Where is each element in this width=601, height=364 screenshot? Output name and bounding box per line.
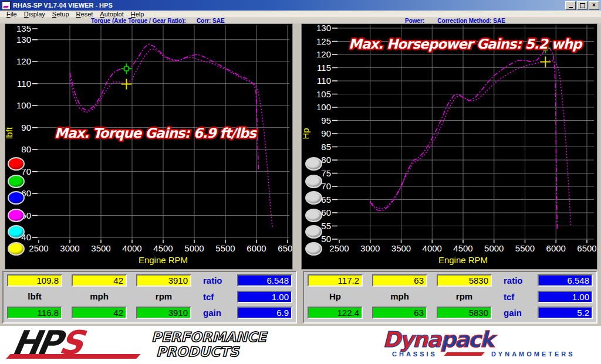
menu-file[interactable]: File xyxy=(3,11,21,18)
svg-text:Max. Horsepower Gains: 5.2 wh: Max. Horsepower Gains: 5.2 whp xyxy=(349,36,583,52)
menu-display[interactable]: Display xyxy=(21,11,49,18)
speed-cursor-value: 42 xyxy=(72,274,127,287)
close-button[interactable]: × xyxy=(589,1,599,10)
gain-value: 5.2 xyxy=(538,307,593,319)
torque-chart-title: Torque (Axle Torque / Gear Ratio): xyxy=(91,18,186,23)
power-readout-panel: 117.2 Hp 122.4 63 mph 63 5830 rpm 5830 r… xyxy=(303,271,597,324)
svg-text:125: 125 xyxy=(316,36,331,46)
gain-label: gain xyxy=(504,307,535,319)
svg-text:105: 105 xyxy=(316,89,331,99)
run-color-button[interactable] xyxy=(305,157,322,171)
svg-text:100: 100 xyxy=(316,102,331,112)
svg-text:6500: 6500 xyxy=(577,243,596,253)
svg-text:90: 90 xyxy=(321,128,331,138)
header-strip: Torque (Axle Torque / Gear Ratio): Corr:… xyxy=(0,18,601,23)
speed-unit-label: mph xyxy=(72,291,127,301)
torque-chart-panel: 1351301201101009080706050402500300035004… xyxy=(5,23,293,270)
power-chart[interactable]: 1301251201151101051009590858075706560555… xyxy=(302,24,597,269)
hps-products-text: PRODUCTS xyxy=(156,344,239,359)
rpm-cursor2-value: 3910 xyxy=(136,307,191,319)
svg-text:5500: 5500 xyxy=(215,243,235,253)
menu-setup[interactable]: Setup xyxy=(49,11,73,18)
svg-text:75: 75 xyxy=(321,168,331,178)
speed-unit-label: mph xyxy=(372,291,427,301)
rpm-cursor-value: 5830 xyxy=(437,274,492,287)
tcf-label: tcf xyxy=(504,291,535,303)
rpm-unit-label: rpm xyxy=(437,291,492,301)
run-color-button[interactable] xyxy=(305,175,322,188)
close-icon: × xyxy=(592,2,596,8)
run-color-button[interactable] xyxy=(305,191,322,205)
speed-cursor2-value: 63 xyxy=(372,307,427,319)
speed-cursor2-value: 42 xyxy=(72,307,127,319)
svg-text:120: 120 xyxy=(16,56,31,66)
svg-text:95: 95 xyxy=(321,115,331,125)
dynapack-logo-pack: pack xyxy=(440,327,493,352)
tcf-label: tcf xyxy=(203,291,235,303)
gain-label: gain xyxy=(203,307,235,319)
svg-text:80: 80 xyxy=(21,144,31,154)
minimize-button[interactable] xyxy=(565,1,576,10)
dynapack-dynamometers-text: DYNAMOMETERS xyxy=(491,351,575,358)
svg-text:lbft: lbft xyxy=(5,127,14,139)
tcf-value: 1.00 xyxy=(237,291,292,303)
svg-text:4000: 4000 xyxy=(122,243,141,253)
svg-text:4500: 4500 xyxy=(153,243,173,253)
ratio-value: 6.548 xyxy=(538,274,593,287)
svg-text:Engine RPM: Engine RPM xyxy=(438,255,488,265)
svg-text:130: 130 xyxy=(16,35,31,45)
svg-text:3500: 3500 xyxy=(391,243,411,253)
svg-text:3500: 3500 xyxy=(91,243,110,253)
svg-text:115: 115 xyxy=(317,63,331,73)
power-chart-title: Power: xyxy=(405,18,424,23)
svg-text:120: 120 xyxy=(316,49,331,59)
svg-text:Hp: Hp xyxy=(302,128,310,139)
menu-autoplot[interactable]: Autoplot xyxy=(96,11,127,18)
torque-chart[interactable]: 1351301201101009080706050402500300035004… xyxy=(5,24,292,269)
torque-cursor-value: 109.8 xyxy=(7,274,62,287)
dynapack-swoosh xyxy=(444,352,484,356)
restore-icon xyxy=(580,3,585,8)
run-color-button[interactable] xyxy=(8,175,25,188)
svg-text:3000: 3000 xyxy=(360,243,380,253)
svg-text:Max. Torque Gains: 6.9 ft/lbs: Max. Torque Gains: 6.9 ft/lbs xyxy=(55,125,257,141)
svg-text:6500: 6500 xyxy=(278,243,292,253)
run-color-button[interactable] xyxy=(305,242,322,256)
svg-text:70: 70 xyxy=(321,181,331,191)
run-color-button[interactable] xyxy=(8,242,25,256)
logo-strip: HPS PERFORMANCE PRODUCTS Dynapack CHASSI… xyxy=(0,326,601,364)
app-icon xyxy=(2,1,11,10)
svg-text:110: 110 xyxy=(17,79,31,89)
power-correction-label: Correction Method: SAE xyxy=(437,18,505,23)
torque-correction-label: Corr: SAE xyxy=(197,18,225,23)
svg-text:6000: 6000 xyxy=(546,243,566,253)
run-color-button[interactable] xyxy=(8,225,25,239)
svg-text:90: 90 xyxy=(21,123,31,132)
power-unit-label: Hp xyxy=(308,291,363,301)
torque-readout-panel: 109.8 lbft 116.8 42 mph 42 3910 rpm 3910… xyxy=(2,271,297,324)
run-color-button[interactable] xyxy=(8,157,25,171)
hps-performance-text: PERFORMANCE xyxy=(151,329,266,345)
window-title: RHAS-SP V1.7-04 VIEWER - HPS xyxy=(13,2,113,9)
svg-text:5000: 5000 xyxy=(484,243,504,253)
svg-text:3000: 3000 xyxy=(60,243,79,253)
menu-reset[interactable]: Reset xyxy=(73,11,97,18)
title-bar[interactable]: RHAS-SP V1.7-04 VIEWER - HPS × xyxy=(0,0,601,11)
menu-help[interactable]: Help xyxy=(127,11,148,18)
run-color-button[interactable] xyxy=(305,209,322,222)
power-cursor2-value: 122.4 xyxy=(308,307,363,319)
svg-text:50: 50 xyxy=(321,234,331,244)
restore-button[interactable] xyxy=(577,1,588,10)
dynapack-chassis-text: CHASSIS xyxy=(392,351,437,358)
minimize-icon xyxy=(569,7,573,8)
run-color-button[interactable] xyxy=(8,191,25,205)
menu-bar: File Display Setup Reset Autoplot Help xyxy=(0,11,601,18)
dynapack-logo-dyna: Dyna xyxy=(383,327,440,352)
run-color-button[interactable] xyxy=(8,209,25,222)
svg-text:85: 85 xyxy=(321,142,331,152)
svg-text:4000: 4000 xyxy=(423,243,442,253)
run-color-button[interactable] xyxy=(305,225,322,239)
power-cursor-value: 117.2 xyxy=(308,274,363,287)
svg-text:5000: 5000 xyxy=(184,243,204,253)
tcf-value: 1.00 xyxy=(538,291,593,303)
